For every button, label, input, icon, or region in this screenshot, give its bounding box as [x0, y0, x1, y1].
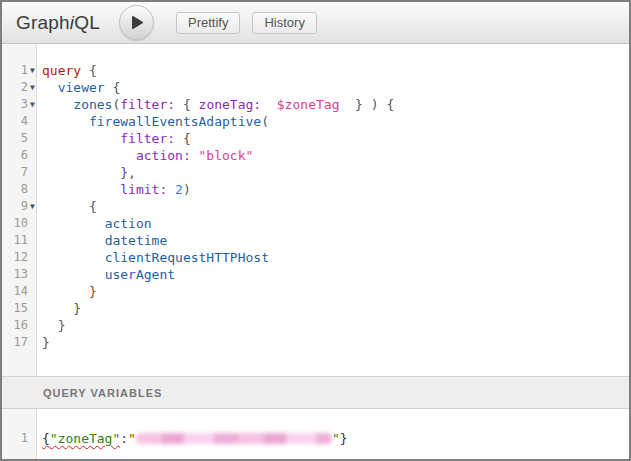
code-token: [42, 80, 58, 95]
line-number: 2: [2, 79, 28, 96]
code-token: (: [261, 114, 269, 129]
gutter-line: 16: [2, 317, 36, 334]
code-token: clientRequestHTTPHost: [105, 250, 269, 265]
code-line[interactable]: action: "block": [42, 147, 629, 164]
line-number: 9: [2, 198, 28, 215]
code-line[interactable]: }: [42, 283, 629, 300]
code-token: datetime: [105, 233, 168, 248]
line-number: 1: [2, 62, 28, 79]
code-token: [42, 97, 73, 112]
logo-text: Graph: [16, 12, 70, 33]
code-token: [42, 182, 120, 197]
toolbar: GraphiQL Prettify History: [2, 2, 629, 44]
line-number: 10: [2, 215, 28, 232]
gutter-line: 10: [2, 215, 36, 232]
line-number: 8: [2, 181, 28, 198]
code-line[interactable]: clientRequestHTTPHost: [42, 249, 629, 266]
code-line[interactable]: filter: {: [42, 130, 629, 147]
code-line[interactable]: limit: 2): [42, 181, 629, 198]
code-line[interactable]: }: [42, 334, 629, 351]
code-token: filter:: [120, 97, 175, 112]
code-token: [42, 131, 120, 146]
query-editor-gutter: 1▼2▼3▼456789▼1011121314151617: [2, 44, 37, 376]
code-token: {: [42, 199, 97, 214]
code-line[interactable]: userAgent: [42, 266, 629, 283]
variables-editor[interactable]: 1 {"zoneTag":""}: [2, 409, 629, 459]
code-line[interactable]: }: [42, 300, 629, 317]
code-line[interactable]: {: [42, 198, 629, 215]
code-token: ": [128, 431, 136, 446]
fold-arrow-icon[interactable]: ▼: [28, 62, 37, 79]
code-token: query: [42, 63, 81, 78]
line-number: 15: [2, 300, 28, 317]
query-editor-code[interactable]: query { viewer { zones(filter: { zoneTag…: [37, 44, 629, 376]
fold-arrow-icon[interactable]: ▼: [28, 96, 37, 113]
gutter-line: 14: [2, 283, 36, 300]
code-line[interactable]: },: [42, 164, 629, 181]
code-token: "zoneTag": [50, 431, 120, 446]
code-token: filter:: [120, 131, 175, 146]
code-token: viewer: [58, 80, 105, 95]
code-token: 2: [175, 182, 183, 197]
code-token: $zoneTag: [277, 97, 340, 112]
code-token: ): [183, 182, 191, 197]
line-number: 17: [2, 334, 28, 351]
fold-arrow-icon[interactable]: ▼: [28, 198, 37, 215]
history-button[interactable]: History: [252, 12, 316, 34]
code-token: userAgent: [105, 267, 175, 282]
code-line[interactable]: zones(filter: { zoneTag: $zoneTag } ) {: [42, 96, 629, 113]
code-token: [42, 216, 105, 231]
line-number: 12: [2, 249, 28, 266]
variables-line[interactable]: {"zoneTag":""}: [42, 430, 629, 447]
code-token: "block": [199, 148, 254, 163]
code-line[interactable]: }: [42, 317, 629, 334]
query-variables-title[interactable]: QUERY VARIABLES: [43, 387, 162, 399]
fold-arrow-icon[interactable]: ▼: [28, 79, 37, 96]
code-token: {: [105, 80, 121, 95]
code-token: }: [42, 318, 65, 333]
query-editor[interactable]: 1▼2▼3▼456789▼1011121314151617 query { vi…: [2, 44, 629, 376]
line-number: 1: [2, 430, 28, 447]
line-number: 6: [2, 147, 28, 164]
graphiql-logo: GraphiQL: [16, 12, 100, 34]
variables-editor-code[interactable]: {"zoneTag":""}: [37, 409, 629, 459]
line-number: 4: [2, 113, 28, 130]
prettify-button[interactable]: Prettify: [176, 12, 240, 34]
code-token: }: [42, 301, 81, 316]
gutter-line: 8: [2, 181, 36, 198]
line-number: 14: [2, 283, 28, 300]
gutter-line: 15: [2, 300, 36, 317]
code-line[interactable]: query {: [42, 62, 629, 79]
graphiql-window: GraphiQL Prettify History 1▼2▼3▼456789▼1…: [0, 0, 631, 461]
code-line[interactable]: firewallEventsAdaptive(: [42, 113, 629, 130]
play-icon: [128, 15, 144, 30]
gutter-line: 3▼: [2, 96, 36, 113]
line-number: 11: [2, 232, 28, 249]
code-token: action:: [136, 148, 191, 163]
code-token: action: [105, 216, 152, 231]
code-token: [42, 250, 105, 265]
logo-text-ql: QL: [74, 12, 100, 33]
line-number: 3: [2, 96, 28, 113]
code-token: zoneTag:: [199, 97, 262, 112]
code-token: },: [42, 165, 136, 180]
variables-header-bar: QUERY VARIABLES: [2, 376, 629, 409]
code-token: :: [120, 431, 128, 446]
code-line[interactable]: viewer {: [42, 79, 629, 96]
code-token: {: [175, 97, 198, 112]
gutter-line: 17: [2, 334, 36, 351]
code-token: [261, 97, 277, 112]
gutter-line: 12: [2, 249, 36, 266]
execute-query-button[interactable]: [119, 5, 154, 40]
gutter-line: 1: [2, 430, 36, 447]
gutter-line: 7: [2, 164, 36, 181]
gutter-line: 11: [2, 232, 36, 249]
code-line[interactable]: datetime: [42, 232, 629, 249]
code-token: zones: [73, 97, 112, 112]
code-token: [42, 233, 105, 248]
gutter-line: 9▼: [2, 198, 36, 215]
code-token: }: [42, 335, 50, 350]
code-token: }: [340, 431, 348, 446]
gutter-line: 2▼: [2, 79, 36, 96]
code-line[interactable]: action: [42, 215, 629, 232]
